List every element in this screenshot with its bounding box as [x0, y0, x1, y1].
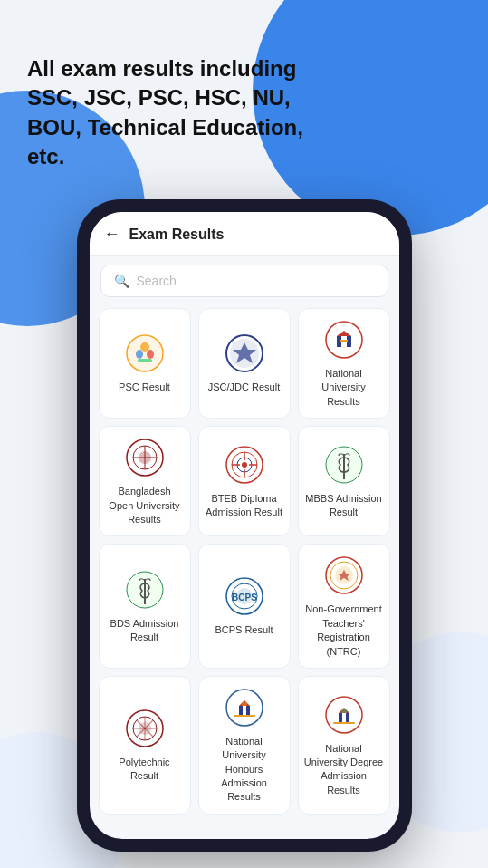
results-grid: PSC Result JSC/JDC Result: [90, 304, 399, 839]
svg-point-0: [127, 335, 163, 371]
grid-item-bou[interactable]: Bangladesh Open University Results: [99, 426, 191, 536]
svg-point-45: [226, 690, 263, 726]
nu-honours-icon: [225, 688, 264, 728]
svg-rect-54: [346, 713, 349, 722]
phone-screen: ← Exam Results 🔍 Search: [90, 212, 399, 839]
mbbs-label: MBBS Admission Result: [304, 492, 384, 520]
nu-honours-label: National University Honours Admission Re…: [205, 735, 284, 805]
svg-rect-47: [246, 706, 250, 715]
psc-label: PSC Result: [119, 381, 170, 394]
svg-rect-52: [339, 713, 342, 722]
ntrc-label: Non-Government Teachers' Registration (N…: [304, 603, 384, 659]
svg-point-2: [136, 350, 143, 359]
bteb-label: BTEB Diploma Admission Result: [205, 492, 284, 520]
nu-label: National University Results: [304, 367, 384, 409]
bcps-label: BCPS Result: [215, 623, 273, 637]
search-bar[interactable]: 🔍 Search: [100, 265, 388, 297]
grid-item-psc[interactable]: PSC Result: [99, 308, 191, 419]
grid-row-3: BDS Admission Result BCPS BCPS Result: [99, 544, 390, 669]
bou-label: Bangladesh Open University Results: [105, 485, 185, 526]
svg-rect-12: [340, 340, 348, 342]
bou-icon: [125, 438, 165, 477]
svg-rect-49: [234, 715, 255, 717]
svg-rect-4: [138, 359, 152, 362]
phone-header: ← Exam Results: [90, 212, 399, 256]
grid-item-ntrc[interactable]: Non-Government Teachers' Registration (N…: [298, 544, 390, 669]
grid-item-nu-degree[interactable]: National University Degree Admission Res…: [298, 676, 390, 815]
svg-point-1: [140, 342, 149, 352]
nu-degree-icon: [324, 695, 364, 735]
grid-row-4: Polytechnic Result: [99, 676, 390, 815]
jsc-label: JSC/JDC Result: [208, 381, 280, 394]
phone-mockup: ← Exam Results 🔍 Search: [77, 199, 412, 852]
nu-icon: [324, 320, 364, 360]
svg-rect-56: [333, 722, 355, 724]
svg-rect-57: [341, 709, 347, 713]
mbbs-icon: [324, 445, 364, 485]
svg-rect-50: [242, 702, 247, 706]
svg-text:BCPS: BCPS: [232, 593, 257, 603]
jsc-icon: [225, 333, 264, 373]
svg-point-21: [242, 462, 247, 468]
grid-item-jsc[interactable]: JSC/JDC Result: [198, 308, 291, 419]
polytechnic-icon: [125, 709, 165, 748]
svg-rect-46: [239, 706, 243, 715]
psc-icon: [125, 333, 165, 373]
grid-item-mbbs[interactable]: MBBS Admission Result: [298, 426, 390, 536]
ntrc-icon: [324, 555, 364, 595]
grid-item-polytechnic[interactable]: Polytechnic Result: [99, 676, 191, 815]
bcps-icon: BCPS: [225, 576, 264, 616]
svg-point-51: [326, 697, 362, 733]
search-icon: 🔍: [114, 274, 129, 288]
bds-icon: [125, 570, 165, 610]
nu-degree-label: National University Degree Admission Res…: [304, 742, 384, 798]
grid-row-2: Bangladesh Open University Results: [99, 426, 390, 536]
hero-text: All exam results including SSC, JSC, PSC…: [27, 54, 317, 172]
screen-title: Exam Results: [129, 227, 225, 243]
grid-item-nu-honours[interactable]: National University Honours Admission Re…: [198, 676, 291, 815]
grid-item-bds[interactable]: BDS Admission Result: [99, 544, 191, 669]
svg-point-3: [147, 350, 154, 359]
bteb-icon: [225, 445, 264, 485]
search-placeholder: Search: [137, 274, 177, 288]
bds-label: BDS Admission Result: [105, 617, 185, 645]
back-button[interactable]: ←: [104, 225, 120, 244]
grid-item-nu[interactable]: National University Results: [298, 308, 390, 419]
grid-item-bteb[interactable]: BTEB Diploma Admission Result: [198, 426, 291, 536]
grid-item-bcps[interactable]: BCPS BCPS Result: [198, 544, 291, 669]
grid-row-1: PSC Result JSC/JDC Result: [99, 308, 390, 419]
polytechnic-label: Polytechnic Result: [105, 756, 185, 784]
